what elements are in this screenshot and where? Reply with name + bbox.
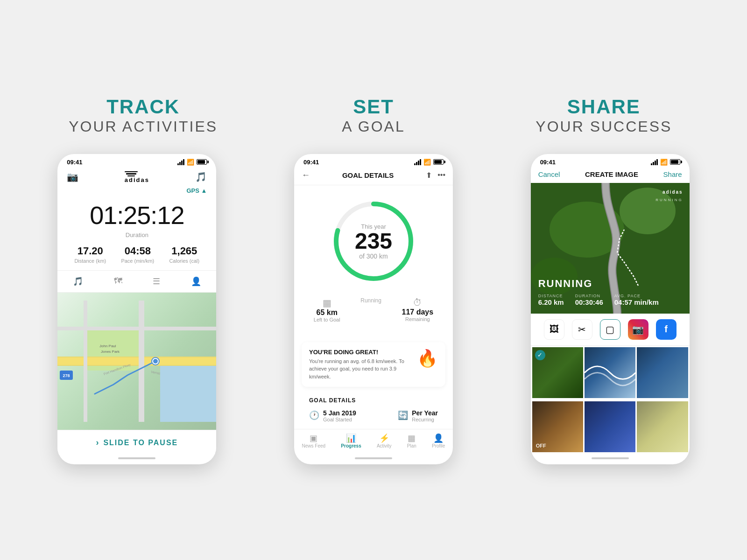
photo-cell-2[interactable] [585, 347, 635, 398]
nav-plan[interactable]: ▦ Plan [407, 433, 416, 448]
battery-icon-2 [433, 159, 444, 165]
tab-person[interactable]: 👤 [189, 274, 203, 288]
cancel-button[interactable]: Cancel [538, 170, 560, 178]
track-colored: TRACK [28, 96, 258, 118]
left-goal-icon: ▦ [314, 297, 340, 308]
pace-stat: AVG. PACE 04:57 min/km [614, 294, 659, 306]
photo-text-4: OFF [536, 443, 546, 448]
waves-svg [585, 347, 635, 398]
motivation-text: YOU'RE DOING GREAT! You're running an av… [309, 349, 411, 381]
signal-bar-3 [181, 161, 183, 165]
wifi-icon-2: 📶 [423, 159, 431, 166]
camera-icon[interactable]: 📷 [67, 171, 78, 182]
activity-icon: ⚡ [377, 433, 392, 443]
progress-icon: 📊 [341, 433, 361, 443]
back-button[interactable]: ← [302, 170, 310, 180]
create-image-title: CREATE IMAGE [585, 170, 638, 178]
slide-to-pause[interactable]: › SLIDE TO PAUSE [57, 430, 216, 455]
time-1: 09:41 [67, 159, 82, 166]
distance-value: 17.20 [74, 245, 106, 257]
map-area: John Paul Jones Park Fort Hamilton Pkwy [57, 293, 216, 430]
photo-cell-3[interactable] [637, 347, 688, 398]
goal-started-label: Goal Started [323, 417, 356, 422]
set-colored: SET [258, 96, 488, 118]
left-goal-value: 65 km [314, 308, 340, 317]
activity-label: Activity [377, 443, 392, 448]
instagram-button[interactable]: 📷 [628, 319, 648, 340]
phone2-bottom-nav: ▣ News Feed 📊 Progress ⚡ Activity ▦ Plan… [294, 429, 453, 455]
pace-value-3: 04:57 min/km [614, 298, 659, 306]
park-label-1: John Paul [99, 344, 116, 348]
calories-label: Calories (cal) [169, 258, 199, 264]
tab-music[interactable]: 🎵 [71, 274, 85, 288]
photo-cell-1[interactable]: ✓ [532, 347, 583, 398]
motivation-body: You're running an avg. of 6.8 km/week. T… [309, 357, 411, 381]
adidas-stripe-2 [126, 173, 136, 175]
recurring-value: Per Year [412, 409, 438, 417]
nav-profile[interactable]: 👤 Profile [432, 433, 445, 448]
phones-row: 09:41 📶 📷 [28, 154, 719, 465]
share-icon[interactable]: ⬆ [426, 171, 432, 180]
remaining-label: Remaining [402, 316, 434, 322]
activity-title: RUNNING [538, 278, 682, 290]
distance-stat: DISTANCE 6.20 km [538, 294, 564, 306]
home-bar-3 [592, 457, 629, 459]
photo-cell-5[interactable] [585, 401, 635, 452]
dist-label: DISTANCE [538, 294, 564, 298]
profile-label: Profile [432, 443, 445, 448]
plan-icon: ▦ [407, 433, 416, 443]
image-option[interactable]: 🖼 [544, 319, 564, 340]
share-button[interactable]: Share [663, 170, 682, 178]
map-svg: John Paul Jones Park Fort Hamilton Pkwy [57, 293, 216, 430]
recurring-icon: 🔄 [398, 410, 408, 420]
motivation-box: YOU'RE DOING GREAT! You're running an av… [302, 342, 445, 387]
stat-distance: 17.20 Distance (km) [74, 245, 106, 264]
nav-news-feed[interactable]: ▣ News Feed [302, 433, 326, 448]
profile-icon: 👤 [432, 433, 445, 443]
phone1-tabs: 🎵 🗺 ☰ 👤 [57, 271, 216, 293]
timer-display: 01:25:12 [57, 196, 216, 231]
goal-number: 235 [355, 230, 392, 252]
photo-cell-6[interactable] [637, 401, 688, 452]
tab-list[interactable]: ☰ [151, 274, 162, 288]
gps-label: GPS ▲ [57, 187, 216, 194]
stat-calories: 1,265 Calories (cal) [169, 245, 199, 264]
circle-text: This year 235 of 300 km [355, 223, 392, 259]
left-goal-label: Left to Goal [314, 317, 340, 322]
phone-share: 09:41 📶 Cancel CREATE IMAGE Share [531, 154, 690, 465]
facebook-button[interactable]: f [656, 319, 677, 340]
adidas-watermark: adidas RUNNING [655, 189, 683, 203]
flame-icon: 🔥 [417, 349, 438, 368]
tab-map[interactable]: 🗺 [112, 274, 124, 288]
home-bar-1 [118, 457, 155, 459]
recurring-label: Recurring [412, 417, 438, 422]
slide-text: SLIDE TO PAUSE [103, 439, 178, 447]
nav-activity[interactable]: ⚡ Activity [377, 433, 392, 448]
pace-label: Pace (min/km) [121, 258, 154, 264]
goal-started-value: 5 Jan 2019 [323, 409, 356, 417]
calendar-icon: 🕐 [309, 410, 319, 420]
home-indicator-1 [57, 455, 216, 464]
nav-progress[interactable]: 📊 Progress [341, 433, 361, 448]
goal-circle-area: This year 235 of 300 km ▦ 65 km Left to … [294, 185, 453, 338]
more-icon[interactable]: ••• [437, 171, 445, 180]
left-to-goal-block: ▦ 65 km Left to Goal [314, 297, 340, 322]
signal-icon [177, 159, 184, 165]
music-icon[interactable]: 🎵 [195, 171, 207, 182]
adidas-stripe-1 [125, 171, 138, 173]
time-3: 09:41 [540, 159, 556, 166]
photo-cell-4[interactable]: OFF [532, 401, 583, 452]
phone3-header: Cancel CREATE IMAGE Share [531, 168, 690, 183]
remaining-icon: ⏱ [402, 297, 434, 308]
square-option[interactable]: ▢ [600, 319, 620, 340]
photo-grid: ✓ OFF [531, 346, 690, 455]
dur-value: 00:30:46 [575, 298, 603, 306]
status-bar-3: 09:41 📶 [531, 154, 690, 168]
battery-icon [197, 159, 207, 165]
highway-number: 278 [63, 373, 70, 378]
photo-option[interactable]: ✂ [572, 319, 592, 340]
pace-value: 04:58 [121, 245, 154, 257]
phone1-nav: 📷 adidas 🎵 [57, 168, 216, 188]
adidas-running: RUNNING [655, 198, 683, 202]
phone-track: 09:41 📶 📷 [57, 154, 216, 465]
